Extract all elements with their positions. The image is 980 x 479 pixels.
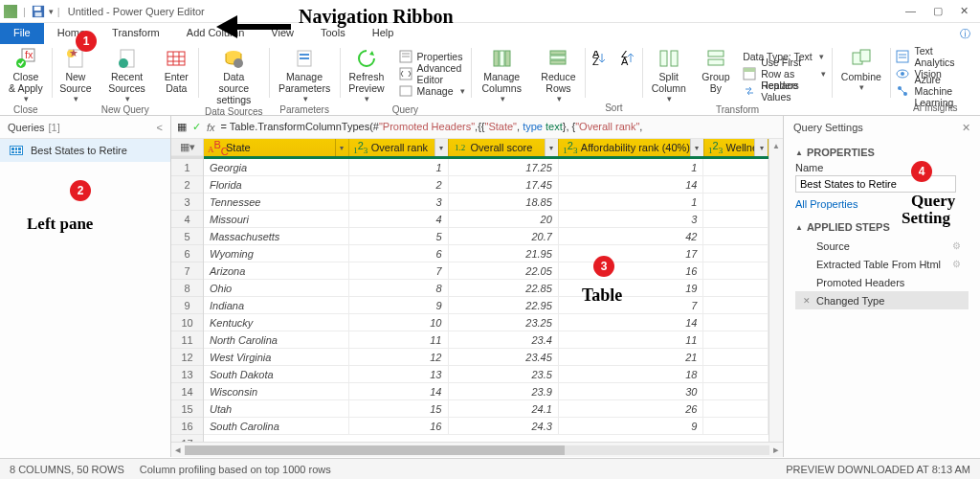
svg-rect-30 <box>550 56 566 59</box>
row-number[interactable]: 12 <box>171 349 203 366</box>
applied-step[interactable]: Promoted Headers <box>795 273 969 291</box>
row-number[interactable]: 8 <box>171 280 203 297</box>
cell <box>703 297 768 314</box>
help-icon[interactable]: ⓘ <box>950 23 980 44</box>
gear-icon[interactable]: ⚙ <box>952 240 961 251</box>
tab-transform[interactable]: Transform <box>99 23 173 44</box>
filter-dropdown-icon[interactable]: ▾ <box>335 139 348 156</box>
cell: 23.5 <box>449 366 559 383</box>
applied-steps-heading: APPLIED STEPS <box>807 221 890 233</box>
row-number[interactable]: 2 <box>171 176 203 194</box>
applied-step[interactable]: Source⚙ <box>795 237 969 255</box>
row-number[interactable]: 10 <box>171 314 203 331</box>
recent-sources-button[interactable]: Recent Sources▾ <box>99 44 154 103</box>
corner-cell[interactable]: ▦▾ <box>171 139 203 156</box>
tab-tools[interactable]: Tools <box>307 23 359 44</box>
svg-rect-37 <box>671 51 678 66</box>
row-number[interactable]: 13 <box>171 366 203 383</box>
data-source-settings-button[interactable]: Data source settings <box>199 44 269 105</box>
table-row[interactable]: South Carolina1624.39 <box>204 418 768 435</box>
column-header[interactable]: 1.2Overall score▾ <box>449 139 559 156</box>
save-icon[interactable] <box>32 5 45 18</box>
close-settings-icon[interactable]: ✕ <box>962 122 970 134</box>
column-header[interactable]: 123Overall rank▾ <box>349 139 449 156</box>
sort-asc-button[interactable]: AZ <box>585 44 613 102</box>
row-number[interactable]: 15 <box>171 400 203 418</box>
close-icon[interactable]: ✕ <box>960 5 969 17</box>
chevron-left-icon[interactable]: < <box>157 122 163 133</box>
row-number[interactable]: 14 <box>171 383 203 400</box>
table-row[interactable]: Massachusetts520.742 <box>204 228 768 245</box>
column-header[interactable]: 123Wellnes▾ <box>704 139 768 156</box>
tab-help[interactable]: Help <box>359 23 408 44</box>
table-row[interactable]: Missouri4203 <box>204 211 768 228</box>
split-column-button[interactable]: Split Column▾ <box>643 44 695 103</box>
minimize-icon[interactable]: — <box>905 5 916 17</box>
query-item[interactable]: Best States to Retire <box>0 139 170 162</box>
manage-query-button[interactable]: Manage▾ <box>393 82 471 100</box>
applied-step[interactable]: Extracted Table From Html⚙ <box>795 255 969 273</box>
horizontal-scrollbar[interactable]: ◂▸ <box>171 442 783 457</box>
reduce-rows-button[interactable]: Reduce Rows▾ <box>532 44 585 103</box>
text-analytics-button[interactable]: Text Analytics <box>890 48 979 65</box>
table-row[interactable]: Arizona722.0516 <box>204 262 768 280</box>
new-source-button[interactable]: ★New Source▾ <box>52 44 99 103</box>
toggle-icon[interactable]: ▦ <box>177 121 187 133</box>
row-number[interactable]: 17 <box>171 435 203 442</box>
maximize-icon[interactable]: ▢ <box>933 5 943 17</box>
table-row[interactable]: Wyoming621.9517 <box>204 245 768 262</box>
manage-columns-button[interactable]: Manage Columns▾ <box>471 44 532 103</box>
table-row[interactable]: Kentucky1023.2514 <box>204 314 768 331</box>
accept-icon[interactable]: ✓ <box>192 121 201 133</box>
table-row[interactable]: Wisconsin1423.930 <box>204 383 768 400</box>
row-number[interactable]: 1 <box>171 159 203 176</box>
gear-icon[interactable]: ⚙ <box>952 259 961 269</box>
cell: North Carolina <box>204 331 349 349</box>
group-by-button[interactable]: Group By <box>695 44 738 103</box>
row-number[interactable]: 9 <box>171 297 203 314</box>
table-row[interactable]: Tennessee318.851 <box>204 194 768 211</box>
combine-button[interactable]: Combine▾ <box>833 44 890 102</box>
formula-bar[interactable]: ▦ ✓ fx = Table.TransformColumnTypes(#"Pr… <box>171 116 783 139</box>
table-row[interactable]: West Virginia1223.4521 <box>204 349 768 366</box>
advanced-editor-button[interactable]: Advanced Editor <box>393 65 471 82</box>
filter-dropdown-icon[interactable]: ▾ <box>690 139 703 156</box>
all-properties-link[interactable]: All Properties <box>795 198 969 210</box>
row-number[interactable]: 16 <box>171 418 203 435</box>
filter-dropdown-icon[interactable]: ▾ <box>434 139 448 156</box>
refresh-preview-button[interactable]: Refresh Preview▾ <box>340 44 392 103</box>
row-number[interactable]: 7 <box>171 262 203 280</box>
tab-file[interactable]: File <box>0 23 44 44</box>
table-row[interactable]: Ohio822.8519 <box>204 280 768 297</box>
manage-parameters-button[interactable]: Manage Parameters▾ <box>270 44 340 103</box>
table-row[interactable]: Utah1524.126 <box>204 400 768 418</box>
filter-dropdown-icon[interactable]: ▾ <box>754 139 768 156</box>
qat-dropdown-icon[interactable]: ▾ <box>49 7 54 16</box>
azure-ml-button[interactable]: Azure Machine Learning <box>890 82 979 100</box>
vertical-scrollbar[interactable]: ▲ <box>768 139 783 442</box>
filter-dropdown-icon[interactable]: ▾ <box>545 139 558 156</box>
cell: 17.25 <box>449 159 559 176</box>
row-number[interactable]: 3 <box>171 194 203 211</box>
name-input[interactable] <box>795 175 956 193</box>
cell: 14 <box>559 314 704 331</box>
table-row[interactable]: Florida217.4514 <box>204 176 768 194</box>
applied-step[interactable]: Changed Type <box>795 291 969 309</box>
table-row[interactable]: South Dakota1323.518 <box>204 366 768 383</box>
close-apply-button[interactable]: fxClose & Apply▾ <box>0 44 52 103</box>
sort-desc-button[interactable]: ZA <box>613 44 642 102</box>
row-number[interactable]: 4 <box>171 211 203 228</box>
column-header[interactable]: 123Affordability rank (40%)▾ <box>559 139 704 156</box>
enter-data-button[interactable]: Enter Data <box>155 44 198 103</box>
tab-view[interactable]: View <box>257 23 307 44</box>
replace-values-button[interactable]: Replace Values <box>737 82 832 100</box>
tab-add-column[interactable]: Add Column <box>173 23 258 44</box>
table-row[interactable]: Indiana922.957 <box>204 297 768 314</box>
table-row[interactable]: Georgia117.251 <box>204 159 768 176</box>
row-number[interactable]: 11 <box>171 331 203 349</box>
row-number[interactable]: 5 <box>171 228 203 245</box>
row-number[interactable]: 6 <box>171 245 203 262</box>
tab-home[interactable]: Home <box>44 23 99 44</box>
column-header[interactable]: ABCState▾ <box>204 139 349 156</box>
table-row[interactable]: North Carolina1123.411 <box>204 331 768 349</box>
